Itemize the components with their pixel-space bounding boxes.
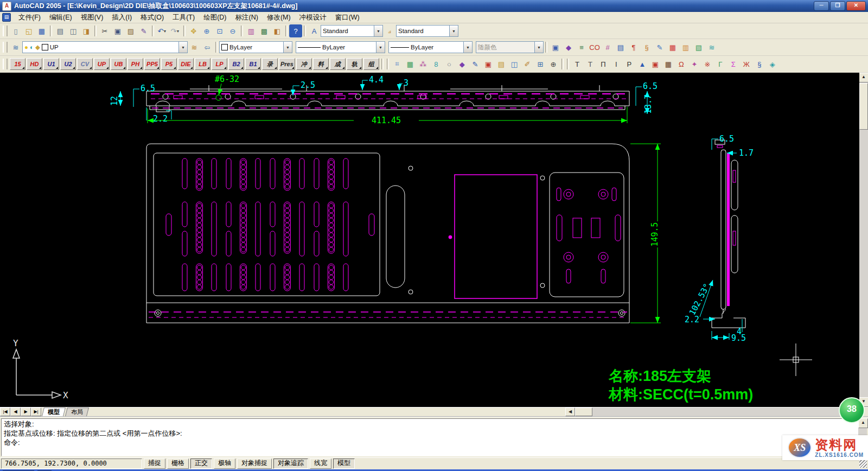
- open-icon[interactable]: ◱: [22, 24, 35, 37]
- horizontal-scrollbar[interactable]: ◀ ▶: [565, 408, 868, 416]
- die-menu-die-button[interactable]: DIE: [178, 58, 194, 70]
- properties-icon[interactable]: ▥: [245, 24, 258, 37]
- toggle-对象追踪[interactable]: 对象追踪: [273, 459, 308, 469]
- redo-icon[interactable]: ↷▼: [169, 24, 182, 37]
- cut-icon[interactable]: ✂: [98, 24, 111, 37]
- wire-icon[interactable]: §: [753, 58, 766, 71]
- layer-on-icon[interactable]: ●: [24, 44, 28, 50]
- layer-combo[interactable]: ● ◐ ◆ UP ▼: [22, 41, 188, 53]
- ref-grid-icon[interactable]: ⊞: [534, 58, 547, 71]
- toolbar-grip[interactable]: [3, 42, 8, 53]
- toggle-线宽[interactable]: 线宽: [310, 459, 331, 469]
- die-menu-ub-button[interactable]: UB: [111, 58, 126, 70]
- zoom-realtime-icon[interactable]: ⊕: [200, 24, 213, 37]
- swatch-palette-icon[interactable]: ▥: [679, 41, 692, 54]
- die-menu-lb-button[interactable]: LB: [195, 58, 210, 70]
- door-frame-icon[interactable]: ◫: [508, 58, 521, 71]
- menu-item-8[interactable]: 修改(M): [263, 12, 295, 23]
- layer-color-swatch[interactable]: [42, 44, 48, 50]
- die-menu-lp-button[interactable]: LP: [212, 58, 227, 70]
- stripper-icon[interactable]: ▣: [649, 58, 662, 71]
- frame-grid-icon[interactable]: #: [601, 41, 614, 54]
- die-menu-pres-button[interactable]: Pres: [279, 58, 295, 70]
- undo-icon[interactable]: ↶▼: [156, 24, 169, 37]
- plate-l-icon[interactable]: Γ: [714, 58, 727, 71]
- new-icon[interactable]: ▯: [9, 24, 22, 37]
- linetype-s-icon[interactable]: §: [640, 41, 653, 54]
- chevron-down-icon[interactable]: ▼: [449, 26, 458, 36]
- table-grid-icon[interactable]: ▦: [404, 58, 417, 71]
- die-menu-15-button[interactable]: 15: [10, 58, 25, 70]
- die-menu-b1-button[interactable]: B1: [245, 58, 261, 70]
- red-dan-icon[interactable]: ¶: [627, 41, 640, 54]
- notification-badge[interactable]: 38: [839, 397, 865, 423]
- chevron-down-icon[interactable]: ▼: [283, 42, 292, 53]
- ip-punch-icon[interactable]: P: [623, 58, 636, 71]
- copy-icon[interactable]: ▣: [111, 24, 124, 37]
- pencil-a-icon[interactable]: ✐: [521, 58, 534, 71]
- command-input[interactable]: 选择对象:指定基点或位移: 指定位移的第二点或 <用第一点作位移>:命令:: [1, 418, 858, 456]
- plus-circle-icon[interactable]: ⊕: [547, 58, 560, 71]
- chevron-down-icon[interactable]: ▼: [463, 42, 472, 53]
- zoom-window-icon[interactable]: ⊡: [213, 24, 226, 37]
- tab-last-button[interactable]: ▶|: [31, 408, 41, 416]
- die-block-icon[interactable]: ▦: [662, 58, 675, 71]
- doc-edit-icon[interactable]: ▤: [495, 58, 508, 71]
- die-menu-u1-button[interactable]: U1: [43, 58, 59, 70]
- resize-grip[interactable]: [859, 460, 867, 468]
- save-icon[interactable]: ▦: [35, 24, 48, 37]
- punch-b-icon[interactable]: T: [584, 58, 597, 71]
- tab-model[interactable]: 模型: [42, 408, 66, 416]
- lineweight-combo[interactable]: ByLayer ▼: [388, 41, 473, 53]
- guide-post-icon[interactable]: Ω: [675, 58, 688, 71]
- die-menu-ph-button[interactable]: PH: [127, 58, 143, 70]
- toggle-正交[interactable]: 正交: [190, 459, 212, 469]
- die-menu-料-button[interactable]: 料: [313, 58, 329, 70]
- donut-icon[interactable]: ◆: [562, 41, 575, 54]
- linetype-combo[interactable]: ByLayer ▼: [296, 41, 385, 53]
- menu-item-4[interactable]: 格式(O): [136, 12, 168, 23]
- text-style-icon[interactable]: A: [308, 24, 321, 37]
- wipeout-icon[interactable]: ◆: [456, 58, 469, 71]
- toggle-极轴[interactable]: 极轴: [214, 459, 235, 469]
- plot-preview-icon[interactable]: ◫: [67, 24, 80, 37]
- layer-freeze-icon[interactable]: ◐: [30, 44, 34, 50]
- punch-double-icon[interactable]: Π: [597, 58, 610, 71]
- point-array-icon[interactable]: ⁂: [417, 58, 430, 71]
- die-menu-成-button[interactable]: 成: [330, 58, 346, 70]
- bush-icon[interactable]: Ж: [740, 58, 753, 71]
- layout-list-icon[interactable]: ▧: [692, 41, 705, 54]
- tab-next-button[interactable]: ▶: [21, 408, 31, 416]
- pilot-pin-icon[interactable]: I: [610, 58, 623, 71]
- toggle-栅格[interactable]: 栅格: [167, 459, 189, 469]
- map-icon[interactable]: ◈: [766, 58, 779, 71]
- die-menu-u2-button[interactable]: U2: [60, 58, 76, 70]
- die-menu-up-button[interactable]: UP: [94, 58, 110, 70]
- vertical-scrollbar[interactable]: ▲ ▼: [859, 73, 868, 407]
- stack-books-icon[interactable]: ≋: [705, 41, 718, 54]
- match-properties-icon[interactable]: ✎: [137, 24, 150, 37]
- list-blue-icon[interactable]: ▤: [614, 41, 627, 54]
- paste-icon[interactable]: ▨: [124, 24, 137, 37]
- die-menu-hd-button[interactable]: HD: [27, 58, 42, 70]
- tab-layout1[interactable]: 布局: [65, 408, 89, 416]
- menu-item-5[interactable]: 工具(T): [168, 12, 199, 23]
- die-menu-录-button[interactable]: 录: [262, 58, 278, 70]
- color-palette-icon[interactable]: ▦: [666, 41, 679, 54]
- tab-first-button[interactable]: |◀: [0, 408, 10, 416]
- layers-icon[interactable]: ≋: [9, 41, 22, 54]
- make-layer-current-icon[interactable]: ≋: [188, 41, 201, 54]
- color-combo[interactable]: ByLayer ▼: [219, 41, 292, 53]
- die-menu-组-button[interactable]: 组: [363, 58, 379, 70]
- copy-page-icon[interactable]: ▣: [482, 58, 495, 71]
- dim-ruler-icon[interactable]: ⌗: [391, 58, 404, 71]
- tool-palettes-icon[interactable]: ◧: [271, 24, 284, 37]
- menu-item-10[interactable]: 窗口(W): [331, 12, 364, 23]
- die-menu-冲-button[interactable]: 冲: [296, 58, 312, 70]
- dim-8-icon[interactable]: 8: [430, 58, 443, 71]
- publish-icon[interactable]: ◨: [80, 24, 93, 37]
- menu-item-0[interactable]: 文件(F): [14, 12, 45, 23]
- co-command-icon[interactable]: CO: [588, 41, 601, 54]
- dim-style-icon[interactable]: ⟓: [383, 24, 396, 37]
- toggle-捕捉[interactable]: 捕捉: [144, 459, 165, 469]
